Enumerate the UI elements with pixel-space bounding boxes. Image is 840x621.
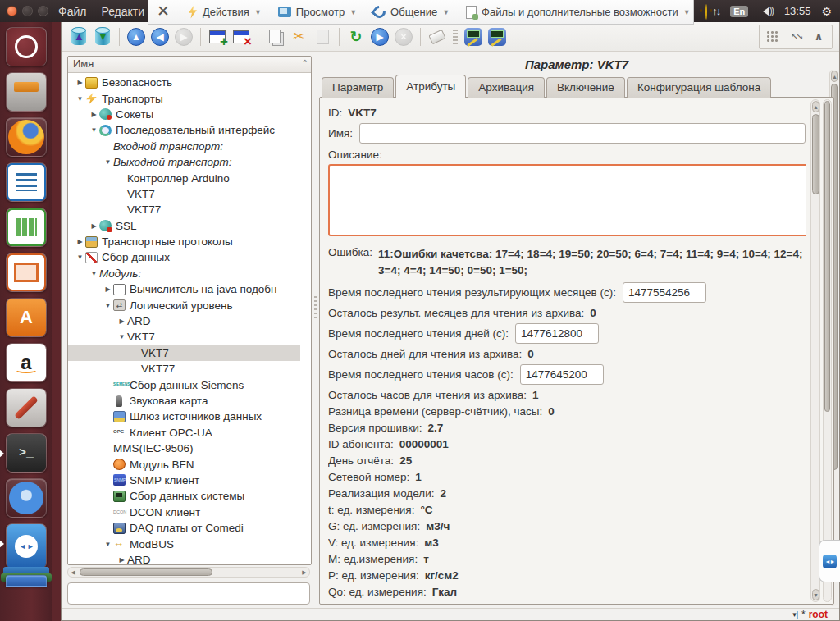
- tree-item[interactable]: ▶Сокеты: [68, 107, 300, 122]
- tree-item[interactable]: ▼ModBUS: [68, 536, 300, 551]
- expander-open-icon[interactable]: ▼: [103, 302, 113, 309]
- tree-filter-input[interactable]: [67, 582, 310, 605]
- session-gear-icon[interactable]: ⚙: [821, 5, 832, 18]
- value-input[interactable]: [623, 282, 706, 303]
- tree-item[interactable]: ▶ARD: [68, 313, 300, 329]
- tree-item[interactable]: ▼Модуль:: [68, 266, 300, 281]
- expander-open-icon[interactable]: ▼: [103, 158, 113, 166]
- expander-closed-icon[interactable]: ▶: [89, 111, 99, 118]
- tree-item[interactable]: ▶Безопасность: [68, 75, 300, 90]
- menu-item[interactable]: Файл: [58, 5, 86, 18]
- measure-edit-button[interactable]: [463, 26, 484, 48]
- clear-button[interactable]: [427, 26, 448, 48]
- tv-menu-item[interactable]: Общение▼: [367, 3, 456, 21]
- expander-closed-icon[interactable]: ▶: [75, 79, 85, 86]
- tab-конфигурация-шаблона[interactable]: Конфигурация шаблона: [627, 77, 771, 98]
- tree-item[interactable]: ▶Вычислитель на java подобн: [68, 281, 300, 297]
- tree-item[interactable]: Сбор данных системы: [68, 488, 300, 504]
- value-input[interactable]: [520, 364, 604, 385]
- tree-item[interactable]: ▶SSL: [68, 218, 300, 234]
- tree-item[interactable]: VKT77: [68, 202, 300, 217]
- expander-closed-icon[interactable]: ▶: [116, 556, 127, 564]
- minimize-window-icon[interactable]: [22, 6, 33, 16]
- launcher-item-hidden-app[interactable]: [6, 575, 47, 587]
- go-up-button[interactable]: ▲: [126, 26, 147, 48]
- expander-open-icon[interactable]: ▼: [75, 253, 85, 261]
- launcher-item-terminal[interactable]: >_: [6, 433, 47, 473]
- tree-item[interactable]: VKT7: [68, 186, 300, 202]
- expander-closed-icon[interactable]: ▶: [103, 285, 113, 293]
- status-dropdown-icon[interactable]: ▾|: [792, 610, 798, 619]
- launcher-item-software-center[interactable]: A: [6, 298, 47, 337]
- tab-параметр[interactable]: Параметр: [322, 77, 394, 98]
- launcher-item-firefox[interactable]: [6, 117, 47, 157]
- pane-divider[interactable]: [312, 52, 319, 608]
- launcher-item-libreoffice-calc[interactable]: [6, 208, 47, 247]
- expander-closed-icon[interactable]: ▶: [116, 317, 127, 325]
- volume-icon[interactable]: )): [759, 7, 774, 16]
- tree-item[interactable]: Звуковая карта: [68, 393, 300, 409]
- maximize-window-icon[interactable]: [38, 6, 48, 16]
- tree-item[interactable]: ▶ARD: [68, 552, 300, 564]
- save-to-db-button[interactable]: ▼: [92, 26, 113, 48]
- tv-menu-item[interactable]: Просмотр▼: [272, 3, 363, 21]
- teamviewer-side-tab[interactable]: ◄►: [819, 540, 840, 582]
- launcher-item-file-manager[interactable]: [6, 72, 47, 112]
- tab-атрибуты[interactable]: Атрибуты: [395, 75, 466, 98]
- grid-view-button[interactable]: [762, 26, 783, 48]
- form-vertical-scrollbar[interactable]: ▲ ▼: [810, 99, 820, 602]
- tree-item[interactable]: SNMP клиент: [68, 473, 300, 488]
- tree-item[interactable]: Клиент OPC-UA: [68, 425, 300, 441]
- expander-closed-icon[interactable]: ▶: [75, 238, 85, 245]
- tree-item[interactable]: Модуль BFN: [68, 456, 300, 472]
- menu-item[interactable]: Редакти: [101, 5, 144, 18]
- expander-open-icon[interactable]: ▼: [89, 270, 99, 277]
- launcher-item-system-settings[interactable]: [6, 388, 47, 427]
- value-input[interactable]: [515, 323, 599, 344]
- tree-column-header[interactable]: Имя: [68, 57, 311, 73]
- tree-item[interactable]: ▼Последовательный интерфейс: [68, 122, 300, 138]
- delete-item-button[interactable]: ×: [231, 26, 252, 48]
- tree-item[interactable]: DCON клиент: [68, 505, 300, 520]
- expander-open-icon[interactable]: ▼: [89, 126, 99, 134]
- collapse-toolbar-button[interactable]: ∧: [808, 26, 829, 48]
- tree-item[interactable]: ▼Сбор данных: [68, 249, 300, 265]
- launcher-item-dash-home[interactable]: [6, 27, 47, 66]
- launcher-item-teamviewer[interactable]: [6, 523, 47, 569]
- tree-horizontal-scrollbar[interactable]: ◀▶: [67, 567, 310, 578]
- tree-item[interactable]: Входной транспорт:: [68, 139, 300, 154]
- launcher-item-amazon[interactable]: a: [6, 343, 47, 382]
- cut-item-button[interactable]: ✂: [288, 26, 309, 48]
- refresh-button[interactable]: ↻: [345, 26, 367, 48]
- tree-item[interactable]: Сбор данных Siemens: [68, 377, 300, 392]
- tab-архивация[interactable]: Архивация: [468, 77, 545, 98]
- tv-menu-item[interactable]: Файлы и дополнительные возможности▼: [459, 3, 697, 21]
- expander-open-icon[interactable]: ▼: [116, 333, 127, 340]
- tree-item[interactable]: ▶Транспортные протоколы: [68, 234, 300, 249]
- tree-item[interactable]: ▼VKT7: [68, 329, 300, 345]
- launcher-item-libreoffice-impress[interactable]: [6, 253, 47, 292]
- clock[interactable]: 13:55: [784, 5, 811, 17]
- tv-menu-item[interactable]: Действия▼: [181, 3, 268, 21]
- close-session-icon[interactable]: ✕: [155, 2, 178, 22]
- keyboard-layout-indicator[interactable]: En: [730, 6, 748, 17]
- expand-workspace-button[interactable]: ↖↘: [785, 26, 806, 48]
- tab-включение[interactable]: Включение: [546, 77, 625, 98]
- tree-item[interactable]: DAQ платы от Comedi: [68, 520, 300, 536]
- outer-vertical-scrollbar[interactable]: [823, 99, 832, 602]
- copy-item-button[interactable]: [264, 26, 285, 48]
- tree-item[interactable]: ▼Выходной транспорт:: [68, 154, 300, 170]
- launcher-item-chromium[interactable]: [6, 478, 47, 518]
- go-back-button[interactable]: ◀: [149, 26, 171, 48]
- tree-item[interactable]: MMS(IEC-9506): [68, 441, 300, 456]
- tree-item[interactable]: Шлюз источников данных: [68, 409, 300, 424]
- tree-item[interactable]: VKT77: [68, 361, 300, 377]
- expander-closed-icon[interactable]: ▶: [89, 222, 99, 230]
- measure-config-button[interactable]: [486, 26, 508, 48]
- description-textarea[interactable]: [328, 164, 806, 236]
- expander-open-icon[interactable]: ▼: [103, 541, 113, 548]
- tree-item[interactable]: Контроллер Arduino: [68, 170, 300, 185]
- close-window-icon[interactable]: [7, 6, 17, 16]
- expander-open-icon[interactable]: ▼: [75, 95, 85, 103]
- tree-item[interactable]: VKT7: [68, 345, 300, 361]
